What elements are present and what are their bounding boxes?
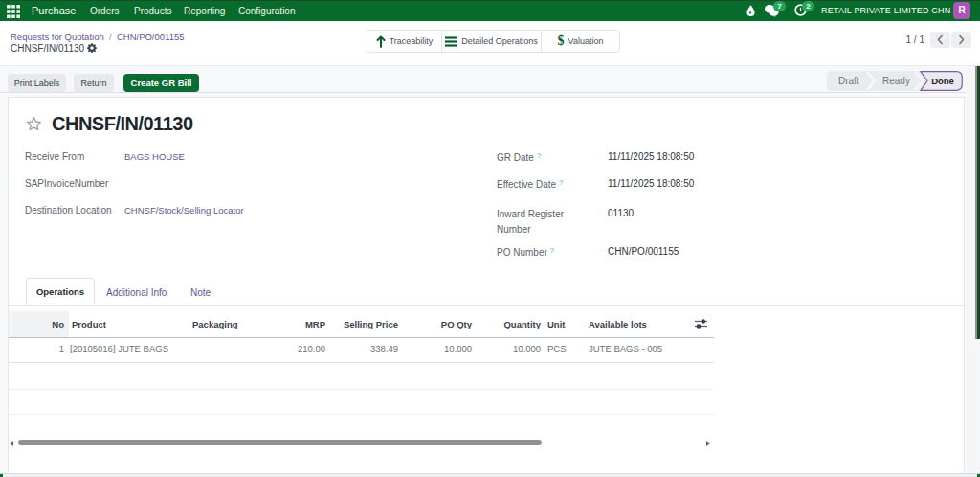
svg-text:Done: Done: [931, 76, 954, 86]
